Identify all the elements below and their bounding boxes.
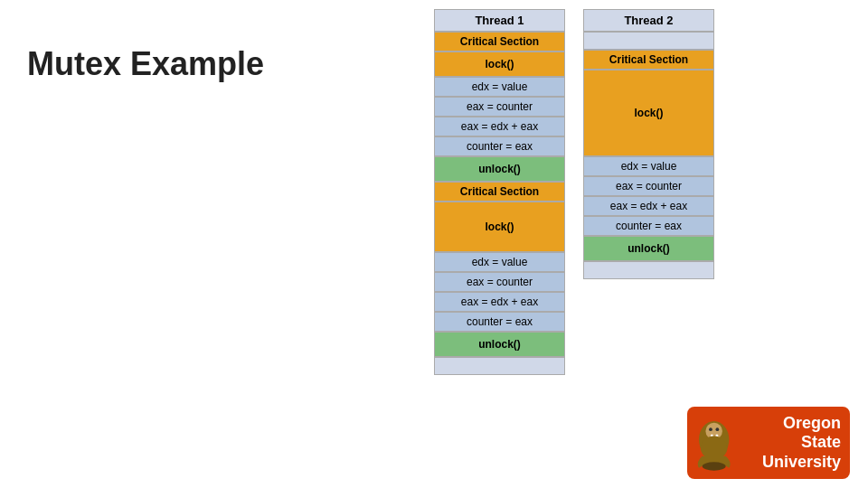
thread1-column: Thread 1 Critical Section lock() edx = v… xyxy=(434,9,565,375)
thread2-code-1: edx = value xyxy=(583,156,714,176)
thread1-unlock-1: unlock() xyxy=(434,156,565,182)
thread2-empty-bottom xyxy=(583,261,714,279)
thread2-code-4: counter = eax xyxy=(583,216,714,236)
thread1-code-4: counter = eax xyxy=(434,136,565,156)
thread1-section-label-2: Critical Section xyxy=(434,182,565,202)
thread2-section-label-1: Critical Section xyxy=(583,50,714,70)
svg-point-6 xyxy=(701,436,728,459)
osu-line2: University xyxy=(762,453,841,471)
thread1-code-6: eax = counter xyxy=(434,272,565,292)
thread1-code-2: eax = counter xyxy=(434,97,565,117)
thread2-code-3: eax = edx + eax xyxy=(583,196,714,216)
thread2-lock-1: lock() xyxy=(583,70,714,156)
osu-logo: Oregon State University xyxy=(687,407,850,479)
thread2-code-2: eax = counter xyxy=(583,176,714,196)
osu-line1: Oregon State xyxy=(783,414,841,452)
thread1-lock-2: lock() xyxy=(434,202,565,252)
thread2-column: Thread 2 Critical Section lock() edx = v… xyxy=(583,9,714,279)
thread1-code-7: eax = edx + eax xyxy=(434,292,565,312)
thread1-header: Thread 1 xyxy=(434,9,565,32)
threads-container: Thread 1 Critical Section lock() edx = v… xyxy=(434,9,714,375)
page-title: Mutex Example xyxy=(27,45,264,83)
thread2-empty-top xyxy=(583,32,714,50)
thread1-section-label-1: Critical Section xyxy=(434,32,565,52)
svg-point-2 xyxy=(709,427,712,431)
thread1-unlock-2: unlock() xyxy=(434,332,565,357)
thread1-code-8: counter = eax xyxy=(434,312,565,332)
thread1-code-3: eax = edx + eax xyxy=(434,117,565,136)
thread1-empty-bottom xyxy=(434,357,565,375)
beaver-icon xyxy=(687,414,741,473)
thread1-code-5: edx = value xyxy=(434,252,565,272)
svg-point-3 xyxy=(716,427,720,431)
thread2-unlock-1: unlock() xyxy=(583,236,714,261)
osu-logo-text: Oregon State University xyxy=(746,414,841,473)
thread2-header: Thread 2 xyxy=(583,9,714,32)
thread1-lock-1: lock() xyxy=(434,52,565,77)
thread1-code-1: edx = value xyxy=(434,77,565,97)
svg-point-7 xyxy=(703,462,726,470)
